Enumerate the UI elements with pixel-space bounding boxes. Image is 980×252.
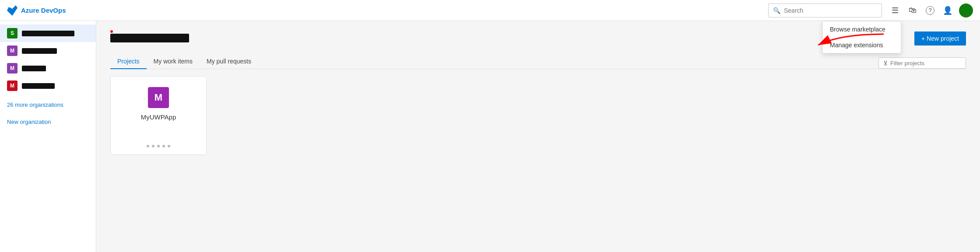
app-logo[interactable]: Azure DevOps <box>7 5 66 16</box>
sidebar-divider <box>0 94 96 98</box>
user-icon-btn[interactable]: 👤 <box>940 3 955 18</box>
tabs-bar: Projects My work items My pull requests … <box>110 54 966 69</box>
app-title: Azure DevOps <box>21 7 66 14</box>
content-area: + New project Projects My work items My … <box>96 21 980 252</box>
notification-dot <box>110 30 113 33</box>
navbar: Azure DevOps 🔍 ☰ 🛍 ? 👤 <box>0 0 980 21</box>
user-icon: 👤 <box>943 6 952 15</box>
manage-extensions-item[interactable]: Manage extensions <box>823 37 901 53</box>
dot-2 <box>152 145 155 147</box>
filter-projects-input[interactable]: ⊻ <box>878 57 966 69</box>
search-input[interactable] <box>784 7 877 14</box>
project-name: MyUWPApp <box>141 113 176 121</box>
tab-projects[interactable]: Projects <box>110 54 147 69</box>
project-avatar-letter: M <box>155 92 162 103</box>
card-pagination-dots <box>147 138 170 147</box>
dot-4 <box>162 145 165 147</box>
help-icon: ? <box>926 6 934 15</box>
new-project-button[interactable]: + New project <box>914 32 966 46</box>
sidebar: S M M M 26 more organizations New organi… <box>0 21 96 252</box>
new-org-link[interactable]: New organization <box>0 115 96 129</box>
user-avatar[interactable] <box>959 4 973 18</box>
org-s-label <box>22 31 74 36</box>
list-icon: ☰ <box>892 6 899 15</box>
dot-3 <box>157 145 160 147</box>
sidebar-item-org-m1[interactable]: M <box>0 42 96 60</box>
more-orgs-link[interactable]: 26 more organizations <box>0 98 96 112</box>
dot-5 <box>168 145 170 147</box>
sidebar-item-org-s[interactable]: S <box>0 24 96 42</box>
list-icon-btn[interactable]: ☰ <box>887 3 903 18</box>
page-title <box>110 34 189 42</box>
sidebar-item-org-m2[interactable]: M <box>0 60 96 77</box>
sidebar-item-org-m3[interactable]: M <box>0 77 96 94</box>
org-m3-label <box>22 83 55 89</box>
main-layout: S M M M 26 more organizations New organi… <box>0 21 980 252</box>
search-icon: 🔍 <box>773 7 780 14</box>
filter-icon: ⊻ <box>883 60 888 66</box>
dropdown-menu: Browse marketplace Manage extensions <box>822 21 901 53</box>
bag-icon: 🛍 <box>909 6 917 15</box>
org-m3-avatar: M <box>7 80 18 91</box>
projects-grid: M MyUWPApp <box>110 76 966 155</box>
org-m2-avatar: M <box>7 63 18 74</box>
org-s-avatar: S <box>7 28 18 38</box>
search-box[interactable]: 🔍 <box>768 4 882 18</box>
org-m1-avatar: M <box>7 46 18 56</box>
org-m1-label <box>22 48 57 54</box>
navbar-icons: ☰ 🛍 ? 👤 <box>887 3 973 18</box>
dot-1 <box>147 145 149 147</box>
browse-marketplace-item[interactable]: Browse marketplace <box>823 21 901 37</box>
tab-pull-requests[interactable]: My pull requests <box>200 54 258 69</box>
filter-input-field[interactable] <box>890 60 961 66</box>
org-m2-label <box>22 66 46 71</box>
project-avatar: M <box>148 87 169 108</box>
page-title-container <box>110 34 189 44</box>
project-card-myuwpapp[interactable]: M MyUWPApp <box>110 76 207 155</box>
sidebar-divider2 <box>0 112 96 115</box>
help-icon-btn[interactable]: ? <box>922 3 938 18</box>
tab-work-items[interactable]: My work items <box>147 54 200 69</box>
marketplace-icon-btn[interactable]: 🛍 <box>905 3 920 18</box>
